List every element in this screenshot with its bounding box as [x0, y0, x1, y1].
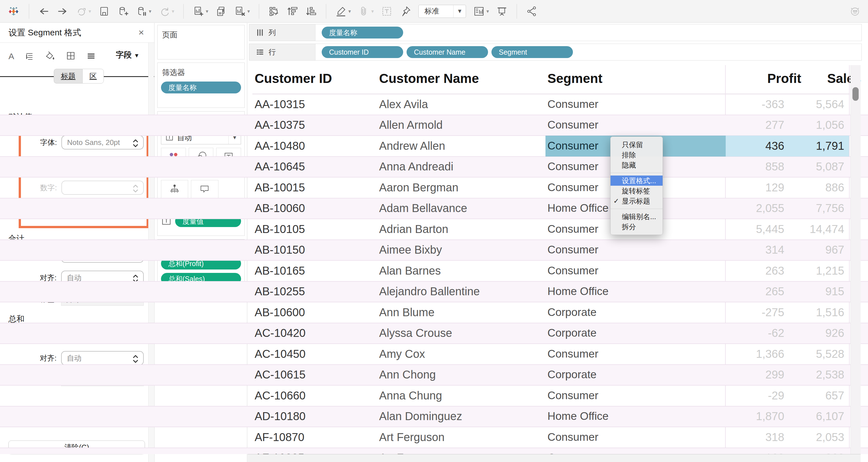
cell-customer-id[interactable]: AB-10255 [255, 285, 305, 298]
tableau-logo[interactable] [7, 5, 20, 18]
cell-segment[interactable]: Consumer [548, 452, 598, 454]
menu-item-隐藏[interactable]: 隐藏 [611, 160, 662, 170]
table-row[interactable]: AA-10480 Andrew Allen Consumer 436 1,791 [0, 136, 868, 157]
sort-descending-icon[interactable] [306, 6, 317, 17]
table-row[interactable]: AC-10615 Ann Chong Corporate 299 2,538 [0, 365, 868, 386]
cell-sales[interactable]: 2,053 [816, 431, 844, 443]
shading-format-icon[interactable] [45, 51, 56, 62]
format-tab-标题[interactable]: 标题 [54, 69, 82, 84]
cell-sales[interactable]: 967 [825, 243, 844, 256]
cell-customer-name[interactable]: Alan Dominguez [379, 410, 462, 423]
table-row[interactable]: AB-10600 Ann Blume Corporate -275 1,516 [0, 302, 868, 323]
row-pill-Customer Name[interactable]: Customer Name [407, 46, 488, 58]
presentation-mode-icon[interactable] [496, 6, 507, 17]
cell-sales[interactable]: 926 [825, 327, 844, 340]
cell-customer-id[interactable]: AC-10660 [255, 389, 306, 402]
cell-customer-id[interactable]: AF-10885 [255, 452, 304, 454]
table-row[interactable]: AD-10180 Alan Dominguez Home Office 1,87… [0, 406, 868, 428]
cell-segment[interactable]: Home Office [548, 285, 609, 297]
cell-sales[interactable]: 5,087 [816, 160, 844, 173]
horizontal-scroll-area[interactable] [248, 454, 861, 462]
table-row[interactable]: AA-10645 Anna Andreadi Consumer 858 5,08… [0, 157, 868, 178]
table-row[interactable]: AB-10165 Alan Barnes Consumer 263 1,215 [0, 261, 868, 282]
cell-customer-name[interactable]: Aimee Bixby [379, 243, 442, 256]
cell-customer-id[interactable]: AB-10060 [255, 202, 305, 214]
menu-item-排除[interactable]: 排除 [611, 150, 662, 160]
menu-item-只保留[interactable]: 只保留 [611, 140, 662, 150]
cell-sales[interactable]: 1,056 [816, 119, 844, 132]
cell-profit[interactable]: 858 [765, 160, 784, 173]
column-header-profit[interactable]: Profit [767, 71, 801, 86]
filter-pill-度量名称[interactable]: 度量名称 [161, 82, 241, 93]
fit-dropdown[interactable]: 标准 ▼ [418, 5, 466, 18]
cell-customer-name[interactable]: Anna Andreadi [379, 160, 453, 173]
column-header-customer-id[interactable]: Customer ID [255, 71, 332, 86]
column-header-customer-name[interactable]: Customer Name [379, 71, 479, 86]
cell-segment[interactable]: Consumer [548, 243, 598, 256]
table-row[interactable]: AC-10420 Alyssa Crouse Corporate -62 926 [0, 323, 868, 344]
rows-shelf[interactable]: 行 Customer IDCustomer NameSegment [249, 44, 862, 61]
new-worksheet-icon[interactable]: ▾ [193, 6, 208, 17]
table-row[interactable]: AB-10255 Alejandro Ballentine Home Offic… [0, 282, 868, 302]
cell-customer-id[interactable]: AB-10600 [255, 306, 305, 318]
cell-profit[interactable]: 436 [765, 139, 784, 152]
column-pill-度量名称[interactable]: 度量名称 [322, 27, 403, 38]
table-row[interactable]: AB-10105 Adrian Barton Consumer 5,445 14… [0, 219, 868, 240]
forward-arrow-icon[interactable] [57, 6, 68, 17]
cell-profit[interactable]: 2,055 [756, 202, 784, 214]
cell-sales[interactable]: 6,107 [816, 410, 844, 423]
cell-customer-name[interactable]: Andrew Allen [379, 139, 445, 152]
format-tab-区[interactable]: 区 [82, 69, 104, 84]
cell-profit[interactable]: -275 [762, 306, 784, 318]
add-datasource-icon[interactable] [117, 6, 128, 17]
table-row[interactable]: AB-10015 Aaron Bergman Consumer 129 886 [0, 177, 868, 198]
cell-customer-name[interactable]: Art Foster [379, 452, 429, 454]
cell-customer-name[interactable]: Alex Avila [379, 98, 428, 110]
back-arrow-icon[interactable] [38, 6, 50, 17]
sort-ascending-icon[interactable] [287, 6, 298, 17]
text-object-icon[interactable] [381, 6, 393, 17]
cell-sales[interactable]: 862 [825, 452, 844, 454]
cell-sales[interactable]: 1,215 [816, 264, 844, 277]
cell-customer-id[interactable]: AC-10615 [255, 368, 306, 381]
cell-segment[interactable]: Corporate [548, 327, 596, 339]
cell-profit[interactable]: 299 [765, 368, 784, 381]
cell-customer-id[interactable]: AC-10420 [255, 327, 306, 340]
cell-customer-name[interactable]: Aaron Bergman [379, 181, 458, 194]
cell-segment[interactable]: Home Office [548, 202, 609, 214]
cell-profit[interactable]: 265 [765, 285, 784, 298]
cell-customer-name[interactable]: Amy Cox [379, 347, 425, 360]
pin-icon[interactable] [400, 6, 411, 17]
table-row[interactable]: AA-10315 Alex Avila Consumer -363 5,564 [0, 94, 868, 115]
table-row[interactable]: AA-10375 Allen Armold Consumer 277 1,056 [0, 115, 868, 136]
table-row[interactable]: AF-10870 Art Ferguson Consumer 318 2,053 [0, 427, 868, 448]
font-format-icon[interactable]: A [8, 52, 14, 61]
menu-item-旋转标签[interactable]: 旋转标签 [611, 186, 662, 196]
cell-profit[interactable]: 5,445 [756, 223, 784, 235]
cell-sales[interactable]: 7,756 [816, 202, 844, 214]
column-header-segment[interactable]: Segment [548, 71, 602, 86]
cell-profit[interactable]: 318 [765, 431, 784, 443]
borders-format-icon[interactable] [66, 51, 76, 62]
row-pill-Customer ID[interactable]: Customer ID [322, 46, 403, 58]
cell-segment[interactable]: Corporate [548, 306, 596, 318]
pages-shelf[interactable]: 页面 [157, 25, 245, 59]
cell-customer-name[interactable]: Adrian Barton [379, 223, 448, 235]
cell-customer-id[interactable]: AA-10645 [255, 160, 305, 173]
pause-updates-icon[interactable]: ▾ [136, 6, 151, 17]
cell-customer-name[interactable]: Allen Armold [379, 119, 443, 132]
cell-profit[interactable]: 1,870 [756, 410, 784, 423]
swap-axes-icon[interactable] [268, 6, 280, 17]
cell-segment[interactable]: Consumer [548, 223, 598, 235]
highlight-icon[interactable]: ▾ [335, 6, 351, 17]
refresh-datasource-icon[interactable]: ▾ [159, 6, 174, 17]
cell-profit[interactable]: 1,366 [756, 347, 784, 360]
duplicate-sheet-icon[interactable] [216, 6, 227, 17]
cell-customer-name[interactable]: Alejandro Ballentine [379, 285, 480, 298]
cell-segment[interactable]: Consumer [548, 160, 598, 173]
cell-sales[interactable]: 14,474 [810, 223, 844, 235]
menu-item-显示标题[interactable]: ✓显示标题 [611, 196, 662, 206]
cell-sales[interactable]: 657 [825, 389, 844, 402]
cell-segment[interactable]: Consumer [548, 431, 598, 443]
menu-item-编辑别名[interactable]: 编辑别名... [611, 211, 662, 222]
